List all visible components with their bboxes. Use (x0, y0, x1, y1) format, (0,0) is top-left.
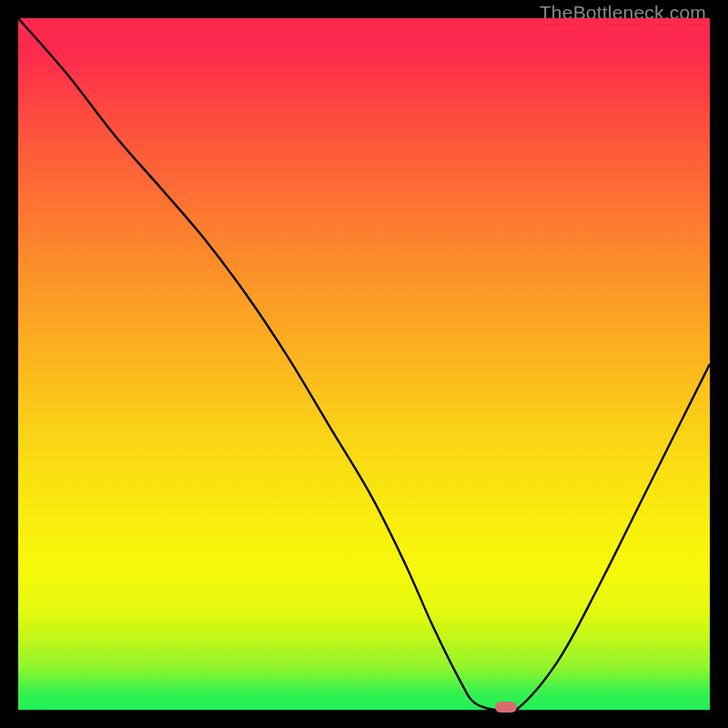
plot-area (18, 18, 710, 710)
curve-line (18, 18, 710, 710)
curve-svg (18, 18, 710, 710)
chart-frame: TheBottleneck.com (0, 0, 728, 728)
optimum-marker (495, 702, 517, 713)
